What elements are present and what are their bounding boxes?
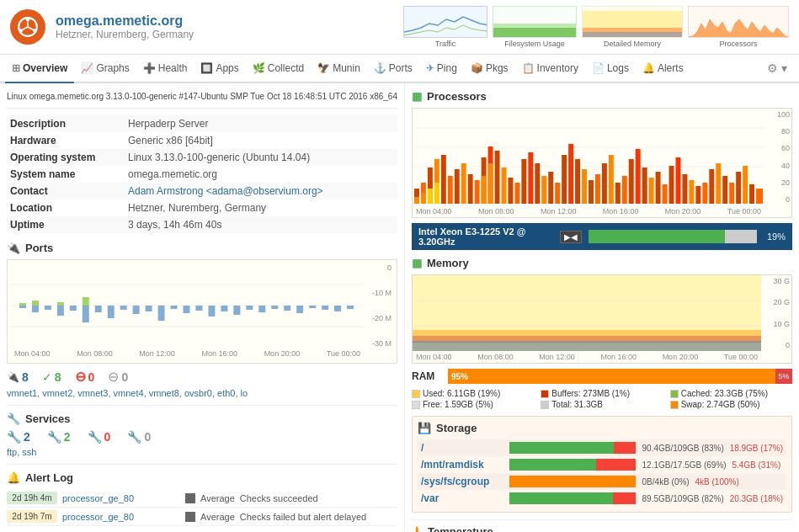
svg-rect-106: [488, 163, 493, 204]
storage-bar-cell-4: [506, 490, 638, 507]
traffic-mini-graph[interactable]: Traffic: [403, 6, 487, 48]
services-err-icon: 🔧: [88, 430, 102, 444]
svg-rect-89: [669, 166, 674, 204]
svg-marker-12: [689, 19, 789, 38]
nav-item-alerts[interactable]: 🔔 Alerts: [636, 54, 690, 82]
processors-chart-svg: [413, 109, 764, 205]
memory-sparkline: [583, 7, 683, 38]
processors-mini-graph[interactable]: Processors: [688, 6, 789, 48]
svg-rect-30: [195, 306, 202, 311]
nav-item-ports[interactable]: ⚓ Ports: [367, 54, 419, 82]
services-up-count: 2: [64, 430, 71, 444]
storage-text-4: 89.5GB/109GB (82%) 20.3GB (18%): [639, 490, 786, 507]
svg-rect-85: [642, 168, 647, 204]
storage-path-3[interactable]: /sys/fs/cgroup: [418, 473, 506, 490]
memory-mini-graph[interactable]: Detailed Memory: [582, 6, 683, 48]
alert-row-1: 2d 19h 4m processor_ge_80 Average Checks…: [7, 489, 397, 508]
temperature-section: 🌡 Temperature: [412, 519, 792, 532]
svg-rect-91: [682, 174, 687, 204]
svg-rect-65: [508, 178, 513, 204]
nav-item-apps[interactable]: 🔲 Apps: [194, 54, 245, 82]
alert-status-2: Checks failed but alert delayed: [240, 512, 366, 522]
services-err: 🔧 0: [88, 430, 111, 444]
overview-icon: ⊞: [12, 62, 20, 74]
ports-total: 🔌 8: [7, 370, 29, 384]
svg-rect-75: [575, 159, 580, 204]
ports-down: ⊖ 0: [108, 369, 128, 385]
legend-item-used: Used: 6.11GB (19%): [412, 389, 534, 398]
storage-bar-cell-3: [506, 473, 638, 490]
memory-section-icon: ▦: [412, 257, 422, 269]
storage-row-2: /mnt/ramdisk 12.1GB/17.5GB (69%) 5.4GB (…: [418, 456, 786, 473]
svg-point-1: [26, 18, 29, 21]
ports-up-count: 8: [55, 370, 61, 384]
svg-rect-90: [676, 157, 681, 204]
nav-item-munin[interactable]: 🦅 Munin: [311, 54, 367, 82]
field-label: Location: [7, 200, 125, 216]
table-row: Description Herpaderp Server: [7, 115, 397, 132]
interfaces-list[interactable]: vmnet1, vmnet2, vmnet3, vmnet4, vmnet8, …: [7, 388, 397, 398]
svg-rect-112: [413, 341, 761, 351]
alert-avg-label-1: Average: [200, 493, 235, 503]
svg-rect-70: [541, 176, 546, 204]
svg-rect-67: [521, 159, 526, 204]
nav-item-ping[interactable]: ✈ Ping: [419, 54, 464, 82]
nav-item-inventory[interactable]: 📋 Inventory: [515, 54, 585, 82]
logs-icon: 📄: [592, 62, 605, 74]
svg-rect-41: [334, 306, 341, 311]
settings-button[interactable]: ⚙ ▾: [760, 58, 794, 78]
field-label: Uptime: [7, 216, 125, 233]
svg-rect-93: [695, 186, 700, 204]
filesystem-mini-graph[interactable]: Filesystem Usage: [493, 6, 577, 48]
storage-path-2[interactable]: /mnt/ramdisk: [418, 456, 506, 473]
alert-name-2[interactable]: processor_ge_80: [62, 512, 180, 522]
ram-legend: Used: 6.11GB (19%) Buffers: 273MB (1%) C…: [412, 389, 792, 409]
svg-rect-34: [246, 306, 253, 310]
storage-text-2: 12.1GB/17.5GB (69%) 5.4GB (31%): [639, 456, 786, 473]
legend-item-cached: Cached: 23.3GB (75%): [670, 389, 792, 398]
svg-line-5: [28, 27, 33, 29]
nav-item-pkgs[interactable]: 📦 Pkgs: [464, 54, 515, 82]
nav-item-collectd[interactable]: 🌿 Collectd: [246, 54, 311, 82]
services-list[interactable]: ftp, ssh: [7, 447, 397, 457]
nav-item-logs[interactable]: 📄 Logs: [585, 54, 636, 82]
services-up: 🔧 2: [47, 430, 71, 444]
storage-path-1[interactable]: /: [418, 439, 506, 456]
nav-item-overview[interactable]: ⊞ Overview: [5, 55, 74, 83]
services-stats: 🔧 2 🔧 2 🔧 0 🔧 0: [7, 430, 397, 444]
svg-rect-82: [622, 176, 627, 204]
field-value: 3 days, 14h 46m 40s: [125, 216, 397, 233]
mem-y-labels: 30 G 20 G 10 G 0: [761, 275, 791, 351]
svg-rect-46: [83, 297, 89, 306]
storage-row-4: /var 89.5GB/109GB (82%) 20.3GB (18%): [418, 490, 786, 507]
memory-chart-svg: [413, 275, 761, 351]
minus-icon-red: ⊖: [75, 369, 86, 385]
svg-rect-80: [609, 155, 614, 204]
hostname[interactable]: omega.memetic.org: [56, 13, 403, 29]
ram-label: RAM: [412, 370, 441, 382]
health-icon: ➕: [143, 62, 156, 74]
svg-rect-43: [19, 303, 26, 306]
alert-time-2: 2d 19h 7m: [7, 510, 57, 523]
alert-name-1[interactable]: processor_ge_80: [62, 493, 180, 503]
svg-rect-28: [171, 306, 178, 309]
svg-rect-56: [448, 176, 453, 204]
svg-rect-88: [663, 184, 668, 204]
svg-rect-68: [528, 152, 533, 204]
pkgs-icon: 📦: [471, 62, 483, 74]
nav-item-graphs[interactable]: 📈 Graphs: [74, 54, 136, 82]
svg-rect-69: [535, 163, 540, 204]
nav-item-health[interactable]: ➕ Health: [136, 54, 194, 82]
cpu-ctrl-button[interactable]: ▶◀: [560, 231, 582, 243]
processors-section-icon: ▦: [412, 90, 422, 103]
svg-rect-101: [749, 184, 754, 204]
services-total-count: 2: [24, 430, 30, 444]
services-section: 🔧 Services 🔧 2 🔧 2 🔧 0 🔧 0: [7, 405, 397, 457]
ports-stats: 🔌 8 ✓ 8 ⊖ 0 ⊖ 0: [7, 369, 397, 385]
svg-rect-79: [602, 163, 607, 204]
filesystem-label: Filesystem Usage: [504, 40, 565, 48]
services-total: 🔧 2: [7, 430, 30, 444]
storage-path-4[interactable]: /var: [418, 490, 506, 507]
svg-rect-99: [736, 172, 741, 204]
proc-y-labels: 100 80 60 40 20 0: [764, 109, 791, 205]
